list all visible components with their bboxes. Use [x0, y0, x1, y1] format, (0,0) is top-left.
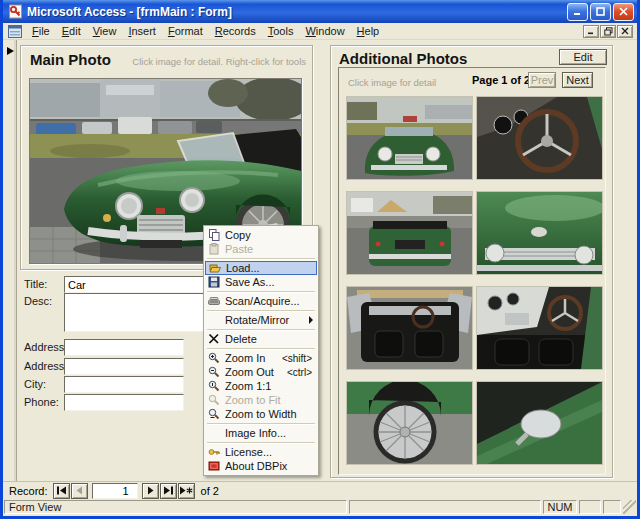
page-indicator: Page 1 of 2: [472, 74, 530, 86]
menu-separator: [207, 329, 315, 330]
new-record-button[interactable]: [178, 483, 195, 499]
menu-item-zoom-out[interactable]: Zoom Out <ctrl>: [205, 365, 317, 379]
record-nav-label: Record:: [9, 485, 48, 497]
menu-item-zoom-1-1[interactable]: Zoom 1:1: [205, 379, 317, 393]
edit-button[interactable]: Edit: [559, 49, 607, 65]
resize-grip[interactable]: [623, 500, 636, 514]
menu-item-about-dbpix[interactable]: About DBPix: [205, 459, 317, 473]
menu-item-zoom-to-fit: Zoom to Fit: [205, 393, 317, 407]
status-view-mode: Form View: [4, 500, 347, 514]
wire-wheel-picture: [347, 382, 472, 464]
menu-item-zoom-to-width[interactable]: Zoom to Width: [205, 407, 317, 421]
thumbnail-door-mirror-closeup[interactable]: [476, 381, 603, 465]
maximize-button[interactable]: [590, 3, 611, 21]
window-title: Microsoft Access - [frmMain : Form]: [27, 5, 567, 19]
status-empty-panel: [579, 500, 601, 514]
thumbnail-interior-dashboard[interactable]: [476, 286, 603, 370]
mdi-minimize-button[interactable]: [583, 25, 599, 38]
menu-separator: [207, 258, 315, 259]
menu-item-license[interactable]: License...: [205, 445, 317, 459]
menu-insert[interactable]: Insert: [122, 24, 162, 39]
blank-icon: [207, 427, 221, 439]
steering-wheel-picture: [477, 97, 602, 179]
thumbnail-wire-wheel-closeup[interactable]: [346, 381, 473, 465]
current-record-input[interactable]: [92, 483, 138, 499]
menu-separator: [207, 442, 315, 443]
access-window: Microsoft Access - [frmMain : Form] File…: [0, 0, 640, 519]
additional-photos-panel: Click image for detail Page 1 of 2 Prev …: [338, 67, 606, 475]
mdi-restore-button[interactable]: [600, 25, 616, 38]
menu-file[interactable]: File: [26, 24, 56, 39]
mdi-close-button[interactable]: [617, 25, 633, 38]
menu-item-delete[interactable]: Delete: [205, 332, 317, 346]
zoom-width-icon: [207, 408, 221, 420]
menu-item-scan-acquire[interactable]: Scan/Acquire...: [205, 294, 317, 308]
next-record-button[interactable]: [142, 483, 159, 499]
menu-item-image-info[interactable]: Image Info...: [205, 426, 317, 440]
menu-help[interactable]: Help: [351, 24, 386, 39]
menu-separator: [207, 310, 315, 311]
menu-view[interactable]: View: [87, 24, 123, 39]
menu-records[interactable]: Records: [209, 24, 262, 39]
submenu-arrow-icon: [309, 316, 313, 324]
menu-item-zoom-in[interactable]: Zoom In <shift>: [205, 351, 317, 365]
minimize-button[interactable]: [567, 3, 588, 21]
menu-window[interactable]: Window: [299, 24, 350, 39]
copy-icon: [207, 229, 221, 241]
menu-tools[interactable]: Tools: [262, 24, 300, 39]
interior-dashboard-picture: [477, 287, 602, 369]
mdi-close-icon: [621, 27, 629, 35]
title-field[interactable]: [64, 276, 208, 293]
zoom-1-1-icon: [207, 380, 221, 392]
delete-x-icon: [207, 333, 221, 345]
menu-item-copy[interactable]: Copy: [205, 228, 317, 242]
status-empty-panel: [349, 500, 541, 514]
title-bar[interactable]: Microsoft Access - [frmMain : Form]: [3, 0, 637, 23]
main-photo-heading: Main Photo: [30, 51, 111, 68]
menu-item-rotate-mirror[interactable]: Rotate/Mirror: [205, 313, 317, 327]
current-record-arrow-icon: [7, 47, 14, 55]
record-selector-bar[interactable]: [4, 40, 17, 481]
last-record-button[interactable]: [160, 483, 177, 499]
first-record-button[interactable]: [53, 483, 70, 499]
menu-edit[interactable]: Edit: [56, 24, 87, 39]
menu-format[interactable]: Format: [162, 24, 209, 39]
address2-field[interactable]: [64, 358, 184, 375]
key-icon: [207, 446, 221, 458]
form-view-area: Main Photo Click image for detail. Right…: [3, 40, 637, 481]
about-dbpix-icon: [207, 460, 221, 472]
additional-photos-heading: Additional Photos: [339, 50, 467, 67]
address1-field[interactable]: [64, 339, 184, 356]
close-button[interactable]: [613, 3, 634, 21]
form-window-icon: [8, 25, 22, 38]
status-bar: Form View NUM: [3, 499, 637, 516]
open-folder-icon: [208, 262, 222, 274]
thumbnail-car-rear-view[interactable]: [346, 191, 473, 275]
phone-field-label: Phone:: [24, 396, 59, 408]
zoom-fit-icon: [207, 394, 221, 406]
phone-field[interactable]: [64, 394, 184, 411]
mdi-restore-icon: [604, 27, 613, 36]
minimize-icon: [573, 7, 582, 16]
thumbnail-bonnet-closeup[interactable]: [476, 191, 603, 275]
menu-item-load[interactable]: Load...: [205, 261, 317, 275]
thumbnail-cockpit-top-view[interactable]: [346, 286, 473, 370]
scanner-icon: [207, 295, 221, 307]
next-page-button[interactable]: Next: [562, 72, 593, 88]
desc-field[interactable]: [64, 293, 208, 332]
thumbnail-steering-wheel-closeup[interactable]: [476, 96, 603, 180]
menu-item-save-as[interactable]: Save As...: [205, 275, 317, 289]
prev-page-button: Prev: [528, 72, 556, 88]
cockpit-top-view-picture: [347, 287, 472, 369]
thumbnail-grid: [346, 96, 603, 465]
bonnet-closeup-picture: [477, 192, 602, 274]
status-empty-panel: [603, 500, 621, 514]
thumbnail-car-front-view[interactable]: [346, 96, 473, 180]
previous-record-button: [71, 483, 88, 499]
additional-photos-hint: Click image for detail: [348, 77, 436, 88]
maximize-icon: [596, 7, 605, 16]
menu-separator: [207, 348, 315, 349]
city-field[interactable]: [64, 376, 184, 393]
additional-photos-group: Additional Photos Edit Click image for d…: [330, 45, 613, 478]
blank-icon: [207, 314, 221, 326]
